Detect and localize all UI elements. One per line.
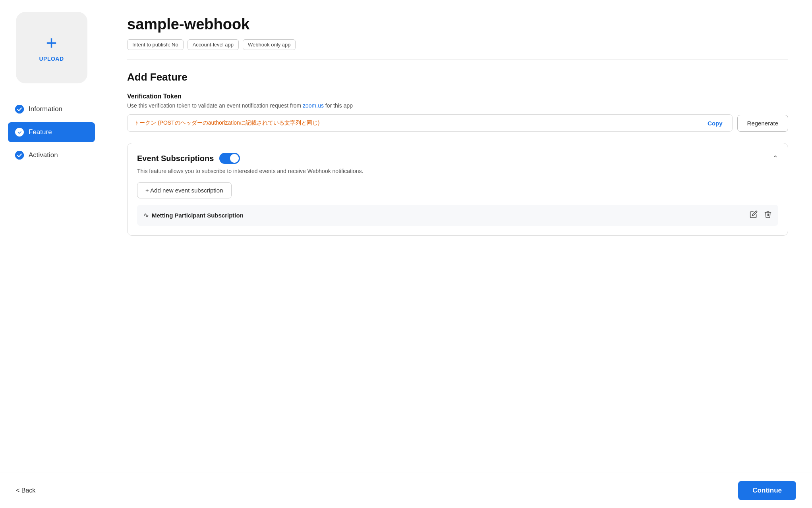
continue-button[interactable]: Continue bbox=[738, 481, 796, 500]
subscription-actions bbox=[750, 210, 772, 220]
verification-section: Verification Token Use this verification… bbox=[127, 93, 788, 132]
copy-button[interactable]: Copy bbox=[704, 120, 726, 127]
bottom-bar: < Back Continue bbox=[0, 473, 812, 508]
verification-desc-prefix: Use this verification token to validate … bbox=[127, 102, 303, 109]
divider bbox=[127, 60, 788, 60]
information-label: Information bbox=[29, 105, 62, 113]
tag-account: Account-level app bbox=[188, 39, 239, 50]
svg-point-1 bbox=[15, 151, 24, 160]
event-subs-desc: This feature allows you to subscribe to … bbox=[137, 168, 778, 174]
activation-label: Activation bbox=[29, 151, 58, 159]
subscription-item: ∿ Metting Participant Subscription bbox=[137, 205, 778, 226]
information-check-icon bbox=[15, 105, 24, 114]
feature-label: Feature bbox=[29, 128, 52, 136]
edit-subscription-button[interactable] bbox=[750, 210, 758, 220]
event-subs-title-row: Event Subscriptions bbox=[137, 153, 240, 164]
subscription-title: Metting Participant Subscription bbox=[152, 212, 244, 219]
add-event-subscription-button[interactable]: + Add new event subscription bbox=[137, 182, 232, 198]
subscription-rss-icon: ∿ bbox=[143, 212, 149, 219]
token-input-wrapper: トークン (POSTのヘッダーのauthorizationに記載されている文字列… bbox=[127, 114, 733, 132]
regenerate-button[interactable]: Regenerate bbox=[737, 115, 788, 132]
event-subs-header: Event Subscriptions ⌃ bbox=[137, 153, 778, 164]
main-content: sample-webhook Intent to publish: No Acc… bbox=[103, 0, 812, 508]
sidebar-item-activation[interactable]: Activation bbox=[8, 145, 95, 165]
zoom-link[interactable]: zoom.us bbox=[303, 102, 324, 109]
page-wrapper: + UPLOAD Information bbox=[0, 0, 812, 508]
delete-subscription-button[interactable] bbox=[764, 210, 772, 220]
subscription-name: ∿ Metting Participant Subscription bbox=[143, 212, 244, 219]
sidebar-item-feature[interactable]: Feature bbox=[8, 122, 95, 142]
toggle-knob bbox=[230, 154, 239, 163]
chevron-up-icon[interactable]: ⌃ bbox=[772, 154, 778, 163]
app-title: sample-webhook bbox=[127, 16, 788, 33]
upload-plus-icon: + bbox=[46, 33, 57, 52]
back-button[interactable]: < Back bbox=[16, 487, 35, 494]
token-row: トークン (POSTのヘッダーのauthorizationに記載されている文字列… bbox=[127, 114, 788, 132]
nav-items: Information Feature A bbox=[8, 99, 95, 165]
verification-desc: Use this verification token to validate … bbox=[127, 102, 788, 109]
section-title: Add Feature bbox=[127, 71, 788, 83]
token-value: トークン (POSTのヘッダーのauthorizationに記載されている文字列… bbox=[134, 119, 704, 127]
feature-check-icon bbox=[15, 128, 24, 137]
tag-publish: Intent to publish: No bbox=[127, 39, 184, 50]
event-subs-title: Event Subscriptions bbox=[137, 154, 214, 163]
upload-box[interactable]: + UPLOAD bbox=[16, 12, 87, 83]
event-subs-toggle[interactable] bbox=[219, 153, 240, 164]
svg-point-0 bbox=[15, 105, 24, 114]
tags-row: Intent to publish: No Account-level app … bbox=[127, 39, 788, 50]
verification-token-label: Verification Token bbox=[127, 93, 788, 100]
sidebar: + UPLOAD Information bbox=[0, 0, 103, 508]
upload-label: UPLOAD bbox=[39, 56, 64, 62]
activation-check-icon bbox=[15, 151, 24, 160]
sidebar-item-information[interactable]: Information bbox=[8, 99, 95, 119]
event-subscriptions-box: Event Subscriptions ⌃ This feature allow… bbox=[127, 143, 788, 236]
tag-webhook: Webhook only app bbox=[243, 39, 296, 50]
bottom-spacer bbox=[127, 236, 788, 267]
verification-desc-suffix: for this app bbox=[324, 102, 353, 109]
